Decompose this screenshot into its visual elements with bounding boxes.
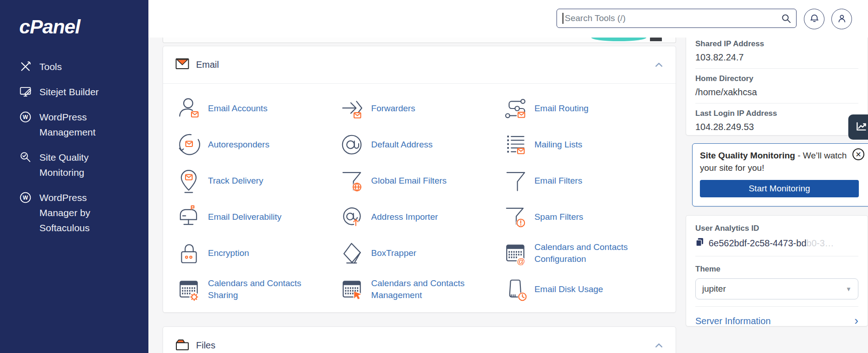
user-icon [836, 13, 847, 26]
tool-link[interactable]: BoxTrapper [371, 247, 416, 259]
email-section-title: Email [196, 60, 219, 70]
stat-label: Home Directory [695, 74, 858, 83]
global-email-filters-icon [340, 168, 365, 193]
tool-email-disk-usage[interactable]: Email Disk Usage [503, 271, 666, 307]
tool-link[interactable]: Track Delivery [208, 175, 263, 186]
user-analytics-id[interactable]: 6e562bdf-2c58-4473-bdb0-3… [695, 237, 858, 249]
wordpress-icon: W [19, 191, 32, 204]
tool-link[interactable]: Email Accounts [208, 103, 267, 114]
tool-calendars-config[interactable]: @ Calendars and Contacts Configuration [503, 235, 666, 271]
theme-label: Theme [695, 264, 858, 274]
site-quality-monitoring-promo: Site Quality Monitoring - We’ll watch yo… [692, 143, 868, 206]
analytics-id-faded: b0-3… [807, 238, 834, 248]
stat-label: Last Login IP Address [695, 109, 858, 118]
boxtrapper-icon [340, 241, 365, 266]
search-icon[interactable] [781, 14, 791, 25]
tool-link[interactable]: Encryption [208, 247, 249, 259]
tool-link[interactable]: Email Filters [535, 175, 583, 186]
sidebar-item-label: Sitejet Builder [39, 84, 99, 99]
user-analytics-label: User Analytics ID [695, 223, 858, 233]
chart-line-icon [854, 119, 868, 135]
tool-link[interactable]: Calendars and Contacts Sharing [208, 277, 306, 300]
tool-link[interactable]: Email Disk Usage [535, 283, 603, 295]
tool-link[interactable]: Spam Filters [535, 211, 584, 223]
tool-link[interactable]: Autoresponders [208, 139, 269, 150]
encryption-icon [177, 241, 202, 266]
account-button[interactable] [831, 9, 852, 29]
notifications-button[interactable] [804, 9, 824, 29]
calendars-config-icon: @ [503, 241, 528, 266]
stat-row-home-directory: Home Directory /home/xakhcsa [695, 69, 858, 103]
svg-text:W: W [23, 195, 28, 201]
tool-link[interactable]: Calendars and Contacts Configuration [535, 241, 633, 264]
tool-default-address[interactable]: Default Address [340, 126, 503, 163]
user-analytics-row: User Analytics ID 6e562bdf-2c58-4473-bdb… [695, 216, 858, 256]
tool-email-filters[interactable]: Email Filters [503, 163, 666, 199]
scrolled-banner-edge [163, 38, 676, 43]
cpanel-logo[interactable]: cPanel [19, 16, 148, 38]
tool-global-email-filters[interactable]: Global Email Filters [340, 163, 503, 199]
tool-email-deliverability[interactable]: Email Deliverability [177, 199, 340, 235]
svg-text:W: W [23, 114, 28, 120]
sidebar-item-tools[interactable]: Tools [19, 59, 142, 74]
search-box [557, 9, 797, 28]
sidebar-item-wordpress-management[interactable]: W WordPress Management [19, 109, 142, 140]
sidebar-item-label: WordPress Management [39, 109, 113, 140]
tool-link[interactable]: Global Email Filters [371, 175, 447, 186]
start-monitoring-button[interactable]: Start Monitoring [700, 180, 859, 197]
tool-spam-filters[interactable]: Spam Filters [503, 199, 666, 235]
close-icon[interactable]: ✕ [852, 148, 864, 160]
stat-label: Shared IP Address [695, 39, 858, 49]
email-routing-icon [503, 96, 528, 121]
tool-link[interactable]: Default Address [371, 139, 432, 150]
sidebar-item-wordpress-manager-softaculous[interactable]: W WordPress Manager by Softaculous [19, 190, 142, 235]
promo-text: Site Quality Monitoring - We’ll watch yo… [700, 150, 856, 174]
tool-calendars-sharing[interactable]: Calendars and Contacts Sharing [177, 271, 340, 307]
tool-link[interactable]: Email Deliverability [208, 211, 282, 223]
tool-link[interactable]: Calendars and Contacts Management [371, 277, 469, 300]
tool-link[interactable]: Email Routing [535, 103, 589, 114]
statistics-panel-button[interactable] [848, 114, 868, 140]
collapse-chevron-icon[interactable] [655, 62, 663, 67]
tool-email-routing[interactable]: Email Routing [503, 90, 666, 126]
tool-boxtrapper[interactable]: BoxTrapper [340, 235, 503, 271]
email-section-card: Email Email Accounts Forwarders [163, 46, 676, 313]
theme-select[interactable]: jupiter ▼ [695, 278, 858, 299]
sidebar-nav: Tools Sitejet Builder W WordPress Manage… [0, 59, 148, 235]
tools-icon [19, 60, 32, 73]
tool-link[interactable]: Address Importer [371, 211, 438, 223]
email-disk-usage-icon [503, 277, 528, 302]
collapse-chevron-icon[interactable] [655, 343, 663, 348]
cpanel-app: cPanel Tools Sitejet Builder W WordPress… [0, 0, 868, 353]
sidebar-item-site-quality-monitoring[interactable]: Site Quality Monitoring [19, 150, 142, 180]
track-delivery-icon [177, 168, 202, 193]
copy-icon[interactable] [695, 237, 704, 249]
tool-forwarders[interactable]: Forwarders [340, 90, 503, 126]
email-deliverability-icon [177, 205, 202, 229]
files-section-header[interactable]: Files [163, 327, 676, 353]
sidebar-item-sitejet-builder[interactable]: Sitejet Builder [19, 84, 142, 99]
stat-row-shared-ip: Shared IP Address 103.82.24.7 [695, 38, 858, 69]
autoresponders-icon [177, 132, 202, 157]
tool-link[interactable]: Mailing Lists [535, 139, 583, 150]
calendars-sharing-icon [177, 277, 202, 302]
server-information-link[interactable]: Server Information › [695, 307, 858, 333]
tool-address-importer[interactable]: Address Importer [340, 199, 503, 235]
tool-mailing-lists[interactable]: Mailing Lists [503, 126, 666, 163]
tool-link[interactable]: Forwarders [371, 103, 415, 114]
svg-text:@: @ [517, 257, 525, 266]
sidebar: cPanel Tools Sitejet Builder W WordPress… [0, 0, 148, 353]
email-section-header[interactable]: Email [163, 46, 676, 84]
tool-email-accounts[interactable]: Email Accounts [177, 90, 340, 126]
search-input[interactable] [557, 9, 797, 28]
content-area: Email Email Accounts Forwarders [148, 38, 868, 353]
bell-icon [809, 13, 820, 26]
tool-autoresponders[interactable]: Autoresponders [177, 126, 340, 163]
default-address-icon [340, 132, 365, 157]
tool-encryption[interactable]: Encryption [177, 235, 340, 271]
tool-track-delivery[interactable]: Track Delivery [177, 163, 340, 199]
tool-calendars-management[interactable]: Calendars and Contacts Management [340, 271, 503, 307]
calendars-management-icon [340, 277, 365, 302]
stat-value: 104.28.249.53 [695, 121, 858, 133]
email-filters-icon [503, 168, 528, 193]
